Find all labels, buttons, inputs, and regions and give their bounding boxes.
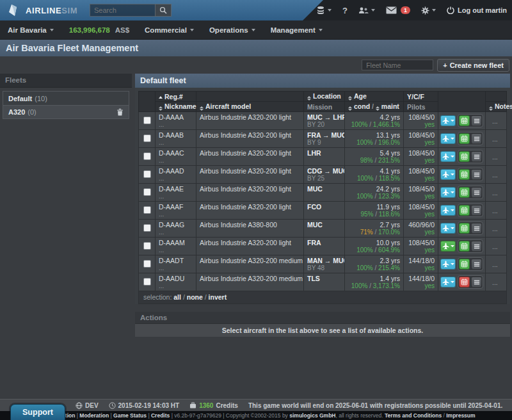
details-button[interactable] (471, 205, 482, 216)
logout-button[interactable]: Log out martin (447, 6, 507, 14)
aircraft-menu-button[interactable] (440, 169, 456, 180)
notes-value[interactable]: ... (492, 117, 498, 125)
sort-model-header[interactable]: Aircraft model (196, 102, 304, 112)
selection-none-link[interactable]: none (187, 293, 203, 301)
aircraft-table-body: D-AAAA... Airbus Industrie A320-200 ligh… (139, 112, 507, 291)
notes-value[interactable]: ... (492, 207, 498, 214)
sort-cond-maint-header[interactable]: cond / maint (345, 102, 404, 112)
row-checkbox[interactable] (143, 278, 151, 286)
details-button[interactable] (471, 277, 482, 287)
details-button[interactable] (471, 223, 482, 234)
registration[interactable]: D-AAAA (159, 113, 193, 121)
schedule-button[interactable] (459, 151, 470, 162)
schedule-button[interactable] (459, 187, 470, 198)
aircraft-menu-button[interactable] (440, 223, 456, 234)
sort-location-header[interactable]: Location (304, 92, 345, 102)
row-checkbox[interactable] (143, 206, 151, 214)
registration[interactable]: D-AAAC (159, 149, 193, 157)
notes-value[interactable]: ... (492, 225, 498, 232)
search-input[interactable] (90, 4, 155, 17)
support-tab[interactable]: Support (10, 404, 65, 420)
schedule-button[interactable] (459, 205, 470, 216)
details-button[interactable] (471, 241, 482, 252)
selection-all-link[interactable]: all (173, 293, 181, 301)
schedule-button[interactable] (459, 169, 470, 180)
details-button[interactable] (471, 151, 482, 162)
notes-value[interactable]: ... (492, 171, 498, 179)
registration[interactable]: D-AAAB (159, 131, 193, 139)
row-checkbox[interactable] (143, 224, 151, 232)
community-menu[interactable] (358, 6, 375, 15)
schedule-button[interactable] (459, 259, 470, 270)
fleet-name-input[interactable] (362, 60, 433, 70)
notes-value[interactable]: ... (492, 261, 498, 268)
details-button[interactable] (471, 259, 482, 270)
row-checkbox[interactable] (143, 152, 151, 160)
aircraft-menu-button[interactable] (440, 277, 456, 287)
footer-link[interactable]: Terms and Conditions (385, 412, 442, 419)
credits-indicator[interactable]: 1360 Credits (189, 402, 238, 409)
schedule-button[interactable] (459, 133, 470, 144)
row-checkbox[interactable] (143, 134, 151, 142)
fleet-list-item[interactable]: A320(0) (3, 105, 129, 118)
selection-invert-link[interactable]: invert (209, 293, 227, 301)
row-checkbox[interactable] (143, 242, 151, 250)
row-checkbox[interactable] (143, 170, 151, 178)
schedule-button[interactable] (459, 241, 470, 252)
schedule-button[interactable] (459, 115, 470, 126)
notes-value[interactable]: ... (492, 135, 498, 143)
details-button[interactable] (471, 115, 482, 126)
aircraft-menu-button[interactable] (440, 187, 456, 198)
nav-airline-menu[interactable]: Air Bavaria (8, 26, 54, 34)
nav-commercial-menu[interactable]: Commercial (145, 26, 194, 34)
aircraft-menu-button[interactable] (440, 115, 456, 126)
nav-management-menu[interactable]: Management (271, 26, 323, 34)
details-button[interactable] (471, 169, 482, 180)
row-checkbox[interactable] (143, 117, 151, 124)
notes-value[interactable]: ... (492, 189, 498, 197)
details-button[interactable] (471, 133, 482, 144)
registration[interactable]: D-AAAM (159, 239, 193, 246)
search-button[interactable] (155, 4, 172, 17)
details-button[interactable] (471, 187, 482, 198)
sort-notes-header[interactable]: Notes (486, 102, 507, 112)
aircraft-menu-button[interactable] (440, 259, 456, 270)
registration[interactable]: D-AAAG (159, 221, 193, 229)
registration[interactable]: D-AAAF (159, 203, 193, 211)
settings-menu[interactable] (421, 6, 436, 15)
registration[interactable]: D-AADU (159, 275, 193, 282)
nav-operations-menu[interactable]: Operations (209, 26, 255, 34)
schedule-button[interactable] (459, 223, 470, 234)
registration[interactable]: D-AAAE (159, 185, 193, 193)
delete-fleet-icon[interactable] (116, 108, 124, 116)
footer-link[interactable]: Moderation (79, 412, 109, 419)
worlds-menu[interactable] (316, 6, 332, 15)
row-checkbox[interactable] (143, 188, 151, 196)
registration[interactable]: D-AAAD (159, 167, 193, 175)
fleet-list-item[interactable]: Default(10) (3, 92, 129, 105)
messages-button[interactable]: 1 (386, 6, 410, 14)
footer-link[interactable]: Impressum (446, 412, 475, 419)
footer-link[interactable]: Game Status (113, 412, 147, 419)
aircraft-model: Airbus Industrie A320-200 medium (200, 275, 300, 282)
notes-value[interactable]: ... (492, 243, 498, 250)
footer-link[interactable]: Credits (151, 412, 170, 419)
table-row: D-AAAB... Airbus Industrie A320-200 ligh… (139, 130, 507, 148)
help-button[interactable]: ? (342, 6, 348, 15)
sort-reg-header[interactable]: Reg.# (156, 92, 196, 102)
logo[interactable]: AIRLINESIM (6, 0, 77, 20)
footer-link[interactable]: simulogics GmbH (289, 412, 335, 419)
registration[interactable]: D-AADT (159, 257, 193, 264)
notes-value[interactable]: ... (492, 153, 498, 161)
aircraft-menu-button[interactable] (440, 241, 456, 252)
chevron-down-icon (451, 138, 454, 140)
sort-nickname-header[interactable]: Nickname (156, 102, 196, 112)
schedule-button[interactable] (459, 277, 470, 287)
create-fleet-button[interactable]: + Create new fleet (437, 59, 509, 72)
sort-age-header[interactable]: Age (345, 92, 404, 102)
aircraft-menu-button[interactable] (440, 151, 456, 162)
row-checkbox[interactable] (143, 260, 151, 268)
aircraft-menu-button[interactable] (440, 205, 456, 216)
aircraft-menu-button[interactable] (440, 133, 456, 144)
notes-value[interactable]: ... (492, 279, 498, 286)
